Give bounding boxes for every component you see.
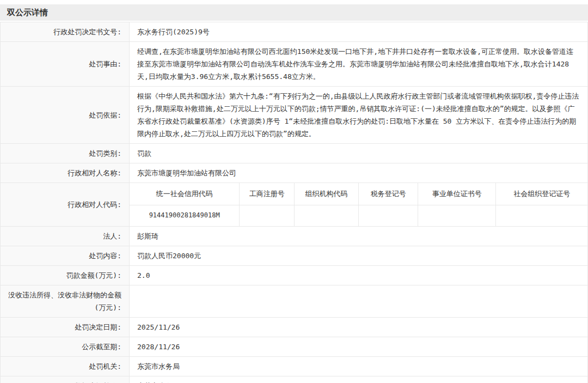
row-label: 处罚事由: [1, 42, 130, 87]
row-value: 根据《中华人民共和国水法》第六十九条:“有下列行为之一的,由县级以上人民政府水行… [130, 87, 588, 144]
party-codes-cell: 统一社会信用代码 工商注册号 组织机构代码 税务登记号 事业单位证书号 社会组织… [130, 183, 588, 227]
table-row-party-codes: 行政相对人代码: 统一社会信用代码 工商注册号 组织机构代码 税 [1, 183, 588, 227]
row-label: 公示截至期: [1, 337, 130, 357]
detail-table: 行政处罚决定书文号: 东水务行罚(2025)9号 处罚事由: 经调查,在东莞市塘… [0, 22, 588, 383]
double-publicity-detail-page: 双公示详情 行政处罚决定书文号: 东水务行罚(2025)9号 处罚事由: 经调查… [0, 0, 588, 383]
table-row-penalty-authority: 处罚机关: 东莞市水务局 [1, 357, 588, 376]
row-label: 处罚内容: [1, 246, 130, 266]
row-value [130, 285, 588, 318]
row-label: 行政处罚决定书文号: [1, 22, 130, 42]
row-value: 东莞市水务局 [130, 357, 588, 376]
row-label: 行政相对人名称: [1, 163, 130, 183]
code-value-tax-registration [358, 205, 418, 226]
table-row-party-name: 行政相对人名称: 东莞市塘厦明华加油站有限公司 [1, 163, 588, 183]
row-label: 处罚决定日期: [1, 318, 130, 337]
table-row-data-source-unit: 数据来源单位: 东莞市水务局 [1, 376, 588, 383]
code-value-organization [295, 205, 359, 226]
party-codes-header-row: 统一社会信用代码 工商注册号 组织机构代码 税务登记号 事业单位证书号 社会组织… [130, 183, 587, 205]
row-label: 法人: [1, 227, 130, 246]
code-column-header: 税务登记号 [358, 183, 418, 205]
code-column-header: 统一社会信用代码 [130, 183, 240, 205]
row-label: 处罚依据: [1, 87, 130, 144]
page-title: 双公示详情 [0, 4, 588, 21]
table-row-confiscation-amount: 没收违法所得、没收非法财物的金额(万元): [1, 285, 588, 318]
table-row-penalty-content: 处罚内容: 罚款人民币20000元 [1, 246, 588, 266]
row-label: 没收违法所得、没收非法财物的金额(万元): [1, 285, 130, 318]
table-row-fine-amount: 罚款金额(万元): 2.0 [1, 266, 588, 285]
table-row-penalty-basis: 处罚依据: 根据《中华人民共和国水法》第六十九条:“有下列行为之一的,由县级以上… [1, 87, 588, 144]
table-row-decision-date: 处罚决定日期: 2025/11/26 [1, 318, 588, 337]
code-value-unified-social-credit: 91441900281849018M [130, 205, 240, 226]
row-value: 彭斯琦 [130, 227, 588, 246]
row-label: 行政相对人代码: [1, 183, 130, 227]
row-label: 处罚类别: [1, 144, 130, 163]
row-value: 2028/11/26 [130, 337, 588, 357]
row-value: 罚款 [130, 144, 588, 163]
code-column-header: 工商注册号 [240, 183, 295, 205]
row-value: 2025/11/26 [130, 318, 588, 337]
row-value: 罚款人民币20000元 [130, 246, 588, 266]
code-value-social-org-registration [496, 205, 587, 226]
row-value: 东水务行罚(2025)9号 [130, 22, 588, 42]
table-row-publicity-deadline: 公示截至期: 2028/11/26 [1, 337, 588, 357]
code-column-header: 事业单位证书号 [418, 183, 496, 205]
row-value: 东莞市水务局 [130, 376, 588, 383]
row-value: 经调查,在东莞市塘厦明华加油站有限公司西北面约150米处发现一口地下井,地下井井… [130, 42, 588, 87]
table-row-decision-number: 行政处罚决定书文号: 东水务行罚(2025)9号 [1, 22, 588, 42]
party-codes-values-row: 91441900281849018M [130, 205, 587, 226]
code-value-institution-certificate [418, 205, 496, 226]
row-label: 罚款金额(万元): [1, 266, 130, 285]
party-codes-table: 统一社会信用代码 工商注册号 组织机构代码 税务登记号 事业单位证书号 社会组织… [130, 183, 587, 226]
row-value: 东莞市塘厦明华加油站有限公司 [130, 163, 588, 183]
table-row-penalty-reason: 处罚事由: 经调查,在东莞市塘厦明华加油站有限公司西北面约150米处发现一口地下… [1, 42, 588, 87]
row-label: 数据来源单位: [1, 376, 130, 383]
code-column-header: 组织机构代码 [295, 183, 359, 205]
row-value: 2.0 [130, 266, 588, 285]
row-label: 处罚机关: [1, 357, 130, 376]
table-row-penalty-category: 处罚类别: 罚款 [1, 144, 588, 163]
code-value-business-registration [240, 205, 295, 226]
table-row-legal-person: 法人: 彭斯琦 [1, 227, 588, 246]
code-column-header: 社会组织登记证号 [496, 183, 587, 205]
